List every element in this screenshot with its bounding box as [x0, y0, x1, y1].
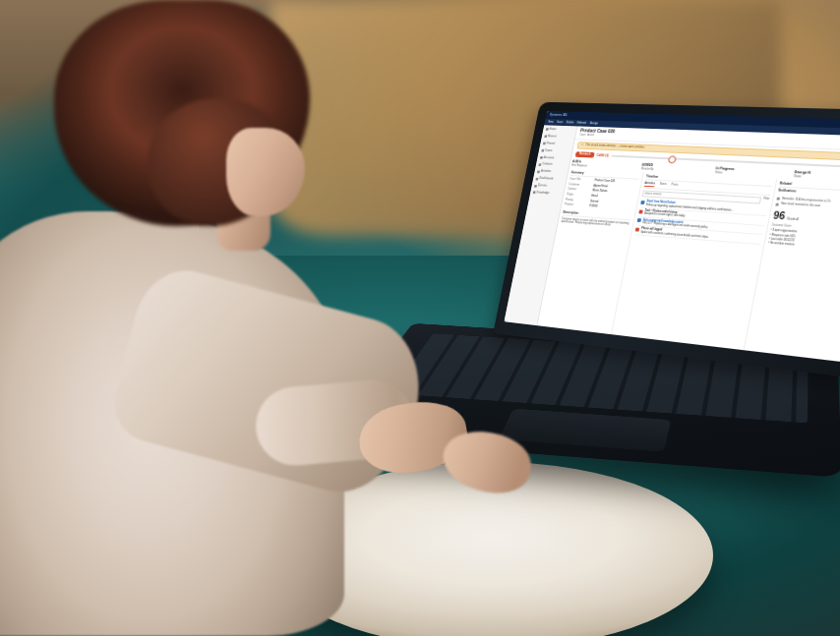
stage-button[interactable]: Research	[575, 151, 595, 157]
note-icon	[637, 218, 642, 222]
nav-item[interactable]: Contacts	[537, 162, 568, 169]
bell-icon	[775, 202, 779, 205]
person	[0, 0, 423, 636]
nav-label: Dashboards	[539, 177, 554, 181]
cmd-new[interactable]: New	[548, 120, 554, 124]
laptop-lid: Dynamics 365 New Save Delete Refresh Ass…	[493, 102, 840, 378]
cmd-delete[interactable]: Delete	[566, 121, 573, 125]
phone-icon	[635, 227, 640, 231]
score-bullets: 3 open opportunities Response rate 92% L…	[768, 229, 840, 253]
warning-text: This record needs attention — review ope…	[585, 144, 645, 149]
score-grade: Grade A	[786, 217, 799, 222]
app-brand: Dynamics 365	[549, 113, 567, 117]
laptop-trackpad	[499, 409, 672, 452]
tab-notes[interactable]: Notes	[659, 183, 667, 188]
timeline-filter[interactable]: Filter	[762, 198, 769, 204]
nav-item[interactable]: Queues	[533, 183, 564, 190]
timeline-list[interactable]: Email from Marie DuboisFollow-up regardi…	[634, 199, 768, 245]
nav-label: Activities	[540, 170, 551, 174]
nav-label: Recent	[548, 135, 557, 139]
nav-item[interactable]: Accounts	[539, 155, 570, 162]
nav-item[interactable]: Activities	[536, 169, 567, 176]
person-face	[226, 128, 305, 216]
cmd-refresh[interactable]: Refresh	[576, 121, 586, 125]
nav-label: Queues	[537, 184, 547, 188]
nav-item[interactable]: Cases	[540, 148, 570, 155]
nav-item[interactable]: Recent	[543, 134, 573, 140]
email-icon	[640, 201, 645, 204]
nav-label: Cases	[545, 149, 553, 153]
cmd-save[interactable]: Save	[557, 121, 564, 125]
tab-activities[interactable]: Activities	[644, 182, 655, 187]
nav-item[interactable]: Dashboards	[534, 176, 565, 183]
bell-icon	[776, 198, 780, 201]
photo-scene: Dynamics 365 New Save Delete Refresh Ass…	[0, 0, 840, 636]
nav-label: Accounts	[543, 156, 554, 160]
nav-label: Pinned	[546, 142, 555, 145]
record-main: Product Case 026 Case · Active ⚠ This re…	[537, 126, 840, 362]
cmd-assign[interactable]: Assign	[589, 122, 598, 126]
nav-item[interactable]: Knowledge	[531, 190, 562, 197]
nav-item[interactable]: Home	[544, 127, 574, 133]
warning-icon: ⚠	[580, 144, 583, 146]
bpf-stage-dot[interactable]	[667, 156, 676, 164]
tab-posts[interactable]: Posts	[671, 184, 679, 189]
nav-item[interactable]: Pinned	[542, 141, 572, 147]
bpf-label: CASE (5)	[596, 153, 609, 157]
nav-label: Home	[549, 128, 557, 132]
task-icon	[638, 209, 643, 213]
nav-label: Knowledge	[536, 192, 550, 196]
crm-app: Dynamics 365 New Save Delete Refresh Ass…	[504, 111, 840, 362]
score-value: 96	[772, 208, 786, 222]
nav-label: Contacts	[542, 163, 553, 167]
laptop-screen: Dynamics 365 New Save Delete Refresh Ass…	[504, 111, 840, 362]
